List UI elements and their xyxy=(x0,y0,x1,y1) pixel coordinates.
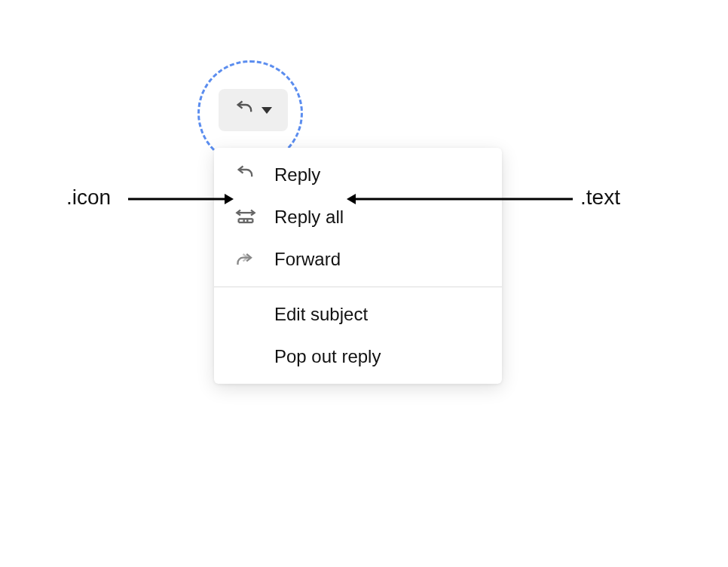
menu-item-label: Reply all xyxy=(274,207,344,228)
annotation-arrow-to-icon xyxy=(128,192,234,207)
menu-item-label: Forward xyxy=(274,249,341,270)
menu-item-label: Reply xyxy=(274,164,320,185)
svg-marker-3 xyxy=(347,194,356,204)
menu-item-reply[interactable]: Reply xyxy=(214,154,502,196)
reply-dropdown-menu: Reply Reply all Forward xyxy=(214,148,502,384)
menu-divider xyxy=(214,287,502,287)
reply-icon xyxy=(235,164,256,185)
caret-down-icon xyxy=(262,107,272,114)
menu-item-edit-subject[interactable]: Edit subject xyxy=(214,293,502,336)
menu-item-label: Edit subject xyxy=(274,304,368,325)
reply-all-icon xyxy=(235,207,256,228)
reply-dropdown-button[interactable] xyxy=(219,89,288,131)
menu-item-label: Pop out reply xyxy=(274,346,381,367)
annotation-label-text: .text xyxy=(580,185,620,210)
annotation-label-icon: .icon xyxy=(66,185,111,210)
annotation-arrow-to-text xyxy=(347,192,573,207)
menu-item-forward[interactable]: Forward xyxy=(214,238,502,280)
forward-icon xyxy=(235,249,256,270)
menu-item-pop-out-reply[interactable]: Pop out reply xyxy=(214,336,502,378)
svg-marker-1 xyxy=(225,194,234,204)
reply-icon xyxy=(234,100,255,121)
